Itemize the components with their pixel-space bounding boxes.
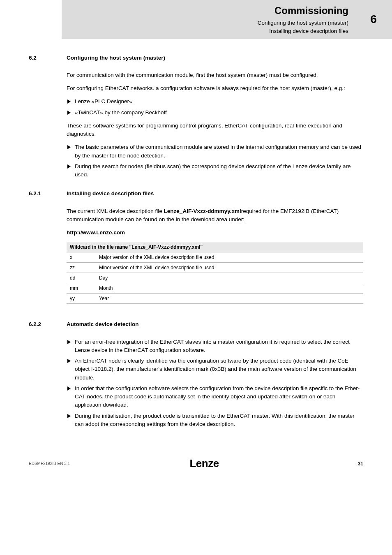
table-cell-val: Month bbox=[96, 283, 363, 294]
section-heading: Automatic device detection bbox=[67, 320, 363, 328]
table-cell-val: Day bbox=[96, 273, 363, 283]
url-text: http://www.Lenze.com bbox=[67, 229, 363, 237]
table-cell-key: yy bbox=[67, 294, 96, 304]
page-content: 6.2 Configuring the host system (master)… bbox=[0, 54, 392, 434]
page-number: 31 bbox=[339, 460, 363, 467]
section-number: 6.2.1 bbox=[29, 190, 67, 314]
footer-center: Lenze bbox=[70, 456, 339, 472]
section-6-2-1: 6.2.1 Installing device description file… bbox=[29, 190, 363, 314]
chapter-number: 6 bbox=[355, 0, 392, 39]
text: The current XML device description file bbox=[67, 208, 164, 214]
header-title: Commissioning bbox=[65, 3, 348, 18]
list-item: Lenze »PLC Designer« bbox=[67, 97, 363, 106]
page-header: Commissioning Configuring the host syste… bbox=[0, 0, 392, 39]
list-item: For an error-free integration of the Eth… bbox=[67, 338, 363, 355]
lenze-logo: Lenze bbox=[189, 457, 219, 469]
table-cell-key: x bbox=[67, 252, 96, 263]
section-heading: Configuring the host system (master) bbox=[67, 54, 363, 62]
paragraph: These are software systems for programmi… bbox=[67, 122, 363, 139]
list-item: The basic parameters of the communicatio… bbox=[67, 143, 363, 160]
table-cell-val: Minor version of the XML device descript… bbox=[96, 263, 363, 273]
header-subtitle-2: Installing device description files bbox=[65, 27, 348, 35]
section-6-2: 6.2 Configuring the host system (master)… bbox=[29, 54, 363, 184]
header-center: Commissioning Configuring the host syste… bbox=[62, 0, 355, 39]
list-item: »TwinCAT« by the company Beckhoff bbox=[67, 109, 363, 117]
bullet-list: Lenze »PLC Designer« »TwinCAT« by the co… bbox=[67, 97, 363, 117]
list-item: In order that the configuration software… bbox=[67, 384, 363, 409]
paragraph: For communication with the communication… bbox=[67, 71, 363, 79]
header-subtitle-1: Configuring the host system (master) bbox=[65, 19, 348, 27]
bullet-list: For an error-free integration of the Eth… bbox=[67, 338, 363, 429]
table-cell-key: zz bbox=[67, 263, 96, 273]
table-header: Wildcard in the file name "Lenze_AIF-Vxz… bbox=[67, 242, 363, 252]
section-body: Configuring the host system (master) For… bbox=[67, 54, 363, 184]
table-cell-key: dd bbox=[67, 273, 96, 283]
page-footer: EDSMF2192IB EN 3.1 Lenze 31 bbox=[0, 439, 392, 484]
section-body: Automatic device detection For an error-… bbox=[67, 320, 363, 433]
section-heading: Installing device description files bbox=[67, 190, 363, 198]
wildcard-table: Wildcard in the file name "Lenze_AIF-Vxz… bbox=[67, 242, 363, 304]
table-row: dd Day bbox=[67, 273, 363, 283]
section-number: 6.2.2 bbox=[29, 320, 67, 433]
section-body: Installing device description files The … bbox=[67, 190, 363, 314]
table-row: zz Minor version of the XML device descr… bbox=[67, 263, 363, 273]
list-item: During the search for nodes (fieldbus sc… bbox=[67, 162, 363, 179]
footer-docid: EDSMF2192IB EN 3.1 bbox=[29, 460, 70, 467]
table-cell-key: mm bbox=[67, 283, 96, 294]
filename: Lenze_AIF-Vxzz-ddmmyy.xml bbox=[164, 208, 241, 214]
bullet-list: The basic parameters of the communicatio… bbox=[67, 143, 363, 179]
list-item: An EtherCAT node is clearly identified v… bbox=[67, 357, 363, 382]
table-row: mm Month bbox=[67, 283, 363, 294]
table-row: yy Year bbox=[67, 294, 363, 304]
table-cell-val: Major version of the XML device descript… bbox=[96, 252, 363, 263]
list-item: During the initialisation, the product c… bbox=[67, 412, 363, 429]
table-row: x Major version of the XML device descri… bbox=[67, 252, 363, 263]
table-cell-val: Year bbox=[96, 294, 363, 304]
section-6-2-2: 6.2.2 Automatic device detection For an … bbox=[29, 320, 363, 433]
paragraph: For configuring EtherCAT networks. a con… bbox=[67, 84, 363, 92]
section-number: 6.2 bbox=[29, 54, 67, 184]
paragraph: The current XML device description file … bbox=[67, 207, 363, 224]
